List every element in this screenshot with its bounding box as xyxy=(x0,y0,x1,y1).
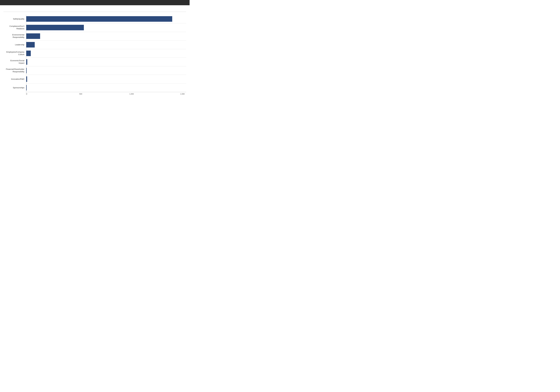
x-axis: 05001,0001,500 xyxy=(26,92,186,95)
x-tick: 1,000 xyxy=(128,93,135,95)
chart-row: EnvironmentalResponsibility xyxy=(3,32,186,40)
bar-wrapper xyxy=(26,75,186,83)
bar-wrapper xyxy=(26,15,186,23)
bar[interactable] xyxy=(26,68,27,73)
bar-label: Safety/quality xyxy=(3,18,26,20)
bar[interactable] xyxy=(26,25,84,30)
bar-label: Sponsorships xyxy=(3,87,26,89)
bar-label: Employees/CompanyCulture xyxy=(3,51,26,56)
bar-wrapper xyxy=(26,58,186,66)
x-tick: 1,500 xyxy=(179,93,186,95)
bar-label: Leadership xyxy=(3,44,26,46)
bar[interactable] xyxy=(26,16,172,22)
chart-area: Safety/qualityCompliance/Gov'tRelationsE… xyxy=(0,12,190,101)
chart-row: Employees/CompanyCulture xyxy=(3,49,186,58)
bar[interactable] xyxy=(26,85,27,90)
bar[interactable] xyxy=(26,33,40,39)
subheader xyxy=(0,5,190,12)
x-tick: 500 xyxy=(77,93,84,95)
bar[interactable] xyxy=(26,59,27,65)
bar[interactable] xyxy=(26,76,27,82)
chart-row: Innovation/R&D xyxy=(3,75,186,83)
chart-row: Financial/ShareholderResponsibility xyxy=(3,66,186,75)
bar-wrapper xyxy=(26,40,186,49)
bar-wrapper xyxy=(26,23,186,32)
bar-label: Economic/SocialImpact xyxy=(3,59,26,64)
chart-row: Sponsorships xyxy=(3,84,186,92)
bar-label: Compliance/Gov'tRelations xyxy=(3,25,26,30)
subheader-left xyxy=(3,8,5,10)
chart-row: Economic/SocialImpact xyxy=(3,58,186,66)
bar-label: Financial/ShareholderResponsibility xyxy=(3,68,26,73)
bar-label: EnvironmentalResponsibility xyxy=(3,34,26,39)
bar-wrapper xyxy=(26,32,186,40)
bar[interactable] xyxy=(26,42,35,48)
x-tick: 0 xyxy=(26,93,34,95)
chart-row: Compliance/Gov'tRelations xyxy=(3,23,186,32)
bar-wrapper xyxy=(26,84,186,92)
bar-label: Innovation/R&D xyxy=(3,78,26,80)
chart-row: Safety/quality xyxy=(3,15,186,23)
header xyxy=(0,0,190,5)
bar-wrapper xyxy=(26,49,186,58)
bar-chart: Safety/qualityCompliance/Gov'tRelationsE… xyxy=(3,15,186,92)
bar[interactable] xyxy=(26,50,31,56)
chart-row: Leadership xyxy=(3,40,186,49)
bar-wrapper xyxy=(26,66,186,75)
